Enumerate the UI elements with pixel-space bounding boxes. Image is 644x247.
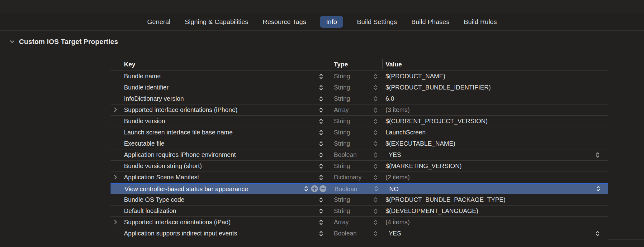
- type-stepper-icon[interactable]: [373, 118, 378, 125]
- column-divider[interactable]: [331, 59, 331, 69]
- type-stepper-icon[interactable]: [373, 129, 378, 136]
- tab-build-rules[interactable]: Build Rules: [463, 16, 497, 28]
- row-bundle-name[interactable]: Bundle nameString$(PRODUCT_NAME): [111, 71, 608, 82]
- row-disclosure-chevron-right-icon[interactable]: [112, 217, 119, 227]
- row-key: Supported interface orientations (iPhone…: [124, 104, 238, 115]
- type-stepper-icon[interactable]: [373, 162, 378, 170]
- row-value: YES: [389, 228, 401, 239]
- tab-build-settings[interactable]: Build Settings: [356, 16, 397, 28]
- key-stepper-icon[interactable]: [319, 162, 324, 170]
- column-header-key[interactable]: Key: [124, 58, 135, 70]
- row-launch-screen-interface-file-base-name[interactable]: Launch screen interface file base nameSt…: [111, 127, 608, 138]
- key-stepper-icon[interactable]: [319, 207, 324, 215]
- row-key: Application requires iPhone environment: [124, 149, 236, 160]
- row-executable-file[interactable]: Executable fileString$(EXECUTABLE_NAME): [111, 138, 608, 149]
- row-bundle-os-type-code[interactable]: Bundle OS Type codeString$(PRODUCT_BUNDL…: [111, 194, 608, 206]
- row-infodictionary-version[interactable]: InfoDictionary versionString6.0: [111, 93, 608, 104]
- type-stepper-icon[interactable]: [373, 73, 378, 80]
- key-stepper-icon[interactable]: [319, 118, 324, 125]
- row-type: Boolean: [334, 149, 357, 160]
- key-stepper-icon[interactable]: [319, 230, 324, 237]
- key-stepper-icon[interactable]: [319, 196, 324, 204]
- table-header: Key Type Value: [111, 58, 608, 71]
- row-value: YES: [389, 149, 401, 160]
- add-row-button[interactable]: [311, 185, 318, 192]
- type-stepper-icon[interactable]: [374, 185, 379, 192]
- key-stepper-icon[interactable]: [319, 151, 324, 159]
- tab-build-phases[interactable]: Build Phases: [411, 16, 450, 28]
- value-popup-stepper-icon[interactable]: [596, 185, 601, 192]
- table-bottom-edge: [608, 239, 644, 240]
- row-value: (3 items): [386, 104, 410, 115]
- row-type: Boolean: [334, 228, 357, 239]
- row-bundle-identifier[interactable]: Bundle identifierString$(PRODUCT_BUNDLE_…: [111, 82, 608, 93]
- type-stepper-icon[interactable]: [373, 174, 378, 181]
- row-application-requires-iphone-environment[interactable]: Application requires iPhone environmentB…: [111, 149, 608, 161]
- type-stepper-icon[interactable]: [373, 140, 378, 148]
- tab-info[interactable]: Info: [320, 16, 343, 28]
- key-stepper-icon[interactable]: [304, 185, 309, 192]
- type-stepper-icon[interactable]: [373, 151, 378, 159]
- row-key: View controller-based status bar appeara…: [125, 184, 248, 194]
- row-type: Array: [334, 104, 349, 115]
- row-disclosure-chevron-right-icon[interactable]: [112, 172, 119, 182]
- key-stepper-icon[interactable]: [319, 219, 324, 226]
- row-type: String: [334, 116, 350, 126]
- key-stepper-icon[interactable]: [319, 95, 324, 103]
- remove-row-button[interactable]: [320, 185, 326, 192]
- row-supported-interface-orientations-iphone[interactable]: Supported interface orientations (iPhone…: [111, 104, 608, 116]
- type-stepper-icon[interactable]: [373, 84, 378, 91]
- row-application-supports-indirect-input-events[interactable]: Application supports indirect input even…: [111, 228, 608, 239]
- row-key: Bundle version string (short): [124, 161, 202, 171]
- key-stepper-icon[interactable]: [319, 106, 324, 114]
- row-key: Bundle version: [124, 116, 165, 126]
- row-supported-interface-orientations-ipad[interactable]: Supported interface orientations (iPad)A…: [111, 217, 608, 228]
- row-type: String: [334, 93, 350, 104]
- value-popup-stepper-icon[interactable]: [595, 151, 600, 159]
- row-application-scene-manifest[interactable]: Application Scene ManifestDictionary(2 i…: [111, 172, 608, 183]
- table-body: Bundle nameString$(PRODUCT_NAME)Bundle i…: [111, 71, 608, 239]
- type-stepper-icon[interactable]: [373, 219, 378, 226]
- row-default-localization[interactable]: Default localizationString$(DEVELOPMENT_…: [111, 206, 608, 217]
- row-disclosure-chevron-right-icon[interactable]: [112, 104, 119, 115]
- window-toolbar-strip: [0, 0, 644, 13]
- row-key: Bundle identifier: [124, 82, 168, 93]
- row-type: Dictionary: [334, 172, 362, 182]
- row-key: Default localization: [124, 206, 176, 216]
- tab-resource-tags[interactable]: Resource Tags: [262, 16, 307, 28]
- row-type: Array: [334, 217, 349, 227]
- row-bundle-version[interactable]: Bundle versionString$(CURRENT_PROJECT_VE…: [111, 116, 608, 127]
- key-stepper-icon[interactable]: [319, 174, 324, 181]
- row-type: String: [334, 206, 350, 216]
- type-stepper-icon[interactable]: [373, 106, 378, 114]
- row-type: String: [334, 71, 350, 81]
- row-value: $(PRODUCT_NAME): [386, 71, 445, 81]
- tab-signing-capabilities[interactable]: Signing & Capabilities: [184, 16, 249, 28]
- row-value: $(PRODUCT_BUNDLE_IDENTIFIER): [386, 82, 491, 93]
- row-type: String: [334, 127, 350, 138]
- key-stepper-icon[interactable]: [319, 140, 324, 148]
- column-header-value[interactable]: Value: [386, 58, 402, 70]
- tab-general[interactable]: General: [147, 16, 171, 28]
- type-stepper-icon[interactable]: [373, 196, 378, 204]
- row-key: Supported interface orientations (iPad): [124, 217, 230, 227]
- row-bundle-version-string-short[interactable]: Bundle version string (short)String$(MAR…: [111, 161, 608, 172]
- row-value: 6.0: [386, 93, 394, 104]
- column-header-type[interactable]: Type: [334, 58, 348, 70]
- row-type: String: [334, 161, 350, 171]
- type-stepper-icon[interactable]: [373, 230, 378, 237]
- type-stepper-icon[interactable]: [373, 207, 378, 215]
- key-stepper-icon[interactable]: [319, 73, 324, 80]
- row-view-controller-based-status-bar-appearance[interactable]: View controller-based status bar appeara…: [111, 183, 608, 194]
- properties-table: Key Type Value Bundle nameString$(PRODUC…: [111, 58, 608, 239]
- row-key: Bundle name: [124, 71, 161, 81]
- row-type: String: [334, 194, 350, 205]
- row-key: Bundle OS Type code: [124, 194, 184, 205]
- section-disclosure-chevron-down-icon[interactable]: [9, 40, 15, 44]
- key-stepper-icon[interactable]: [319, 129, 324, 136]
- key-stepper-icon[interactable]: [319, 84, 324, 91]
- value-popup-stepper-icon[interactable]: [595, 230, 600, 237]
- row-type: String: [334, 138, 350, 149]
- column-divider[interactable]: [382, 59, 383, 69]
- type-stepper-icon[interactable]: [373, 95, 378, 103]
